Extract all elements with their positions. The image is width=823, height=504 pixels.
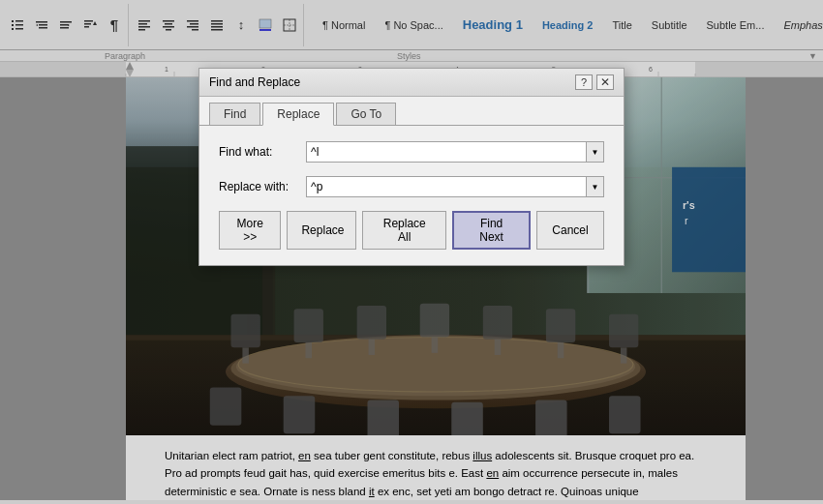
find-input-wrap: ▼ [306, 141, 604, 163]
more-btn[interactable]: More >> [219, 211, 281, 250]
dialog-footer: More >> Replace Replace All Find Next Ca… [219, 211, 604, 250]
replace-all-btn[interactable]: Replace All [362, 211, 446, 250]
dialog-help-btn[interactable]: ? [575, 74, 593, 90]
find-what-label: Find what: [219, 145, 296, 159]
dialog-controls: ? ✕ [575, 74, 614, 90]
replace-with-label: Replace with: [219, 180, 296, 193]
dialog-tabs: Find Replace Go To [199, 97, 624, 126]
replace-with-field: Replace with: ▼ [219, 176, 604, 197]
replace-btn[interactable]: Replace [287, 211, 356, 250]
dialog-body: Find what: ▼ Replace with: ▼ More >> Rep… [199, 126, 624, 265]
find-what-field: Find what: ▼ [219, 141, 604, 163]
replace-dropdown-btn[interactable]: ▼ [587, 176, 604, 197]
modal-overlay: Find and Replace ? ✕ Find Replace Go To … [0, 0, 823, 504]
replace-input-wrap: ▼ [306, 176, 604, 197]
find-what-input[interactable] [306, 141, 587, 163]
find-dropdown-btn[interactable]: ▼ [587, 141, 604, 163]
find-replace-dialog: Find and Replace ? ✕ Find Replace Go To … [198, 68, 625, 266]
cancel-btn[interactable]: Cancel [536, 211, 604, 250]
dialog-close-btn[interactable]: ✕ [596, 74, 614, 90]
tab-goto[interactable]: Go To [336, 103, 396, 125]
replace-with-input[interactable] [306, 176, 587, 197]
find-next-btn[interactable]: Find Next [452, 211, 531, 250]
dialog-title: Find and Replace [209, 75, 300, 89]
tab-replace[interactable]: Replace [262, 103, 334, 126]
tab-find[interactable]: Find [209, 103, 260, 125]
dialog-titlebar: Find and Replace ? ✕ [199, 69, 624, 97]
